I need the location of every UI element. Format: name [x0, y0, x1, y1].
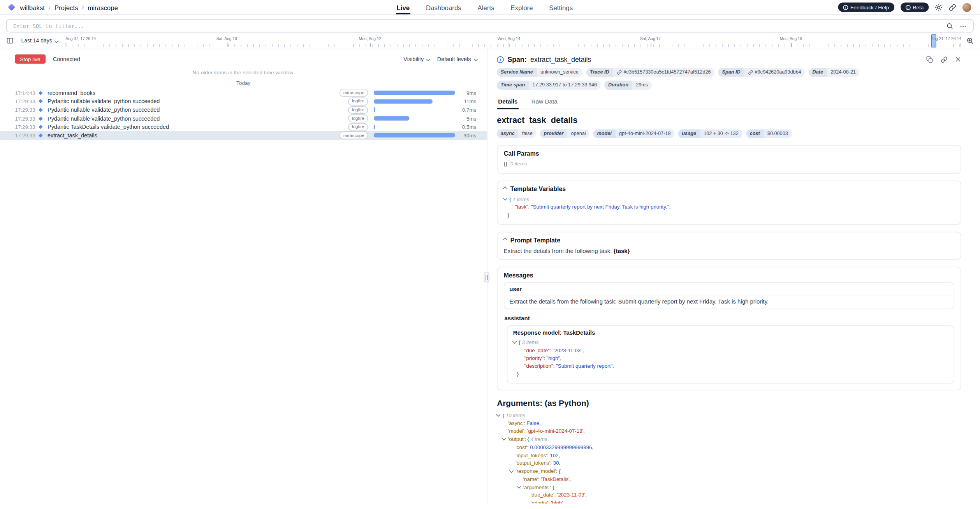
badge-key: provider — [540, 129, 567, 138]
badge-value: gpt-4o-mini-2024-07-18 — [615, 129, 674, 138]
nav-tab-alerts[interactable]: Alerts — [477, 0, 495, 14]
breadcrumb-project[interactable]: mirascope — [88, 4, 118, 11]
code-key: "task" — [515, 204, 528, 210]
chevron-down-icon[interactable] — [497, 411, 502, 419]
close-icon[interactable] — [955, 56, 961, 63]
badge-value-text: false — [522, 130, 533, 137]
feedback-help-button[interactable]: Feedback / Help — [838, 2, 894, 12]
span-duration-bar — [374, 91, 455, 95]
code-key: "priority" — [524, 355, 544, 361]
nav-tab-dashboards[interactable]: Dashboards — [425, 0, 462, 14]
chevron-down-icon[interactable] — [503, 435, 508, 443]
badge-value-text: #c3b5157330ea5c1fd4572747af512d26 — [624, 69, 711, 75]
code-punct: , — [559, 460, 560, 466]
span-row[interactable]: 17:29:33Pydantic nullable validate_pytho… — [0, 106, 487, 114]
code-punct: { — [559, 468, 560, 474]
badge-value-text: 2024-08-21 — [830, 69, 856, 75]
more-options-icon[interactable] — [959, 22, 967, 30]
sidebar-toggle-icon[interactable] — [6, 37, 14, 44]
detail-tab-raw-data[interactable]: Raw Data — [530, 96, 558, 109]
levels-dropdown[interactable]: Default levels — [437, 56, 477, 62]
span-row-time: 17:29:33 — [15, 107, 38, 113]
span-row[interactable]: 17:29:33Pydantic nullable validate_pytho… — [0, 114, 487, 123]
code-punct: , — [669, 204, 670, 210]
chevron-down-icon[interactable] — [513, 339, 519, 346]
span-row[interactable]: 17:29:33Pydantic TaskDetails validate_py… — [0, 123, 487, 131]
sql-filter-input[interactable] — [13, 23, 940, 29]
prompt-template-header[interactable]: Prompt Template — [504, 237, 954, 244]
visibility-dropdown[interactable]: Visibility — [403, 56, 429, 62]
span-detail-panel: Span: extract_task_details Service Nameu… — [487, 49, 980, 504]
link-icon — [748, 70, 753, 75]
nav-tab-settings[interactable]: Settings — [549, 0, 574, 14]
chevron-down-icon[interactable] — [517, 483, 523, 491]
code-string: "high" — [547, 355, 560, 361]
time-range-selector[interactable]: Last 14 days — [19, 36, 60, 45]
link-icon[interactable] — [941, 56, 948, 63]
code-items-count: 1 items — [511, 196, 530, 202]
span-row[interactable]: 17:29:33extract_task_detailsmirascope30m… — [0, 131, 487, 140]
code-line: 'priority': 'high', — [497, 499, 961, 504]
copy-icon[interactable] — [926, 56, 933, 63]
span-row-time: 17:29:33 — [15, 132, 38, 139]
messages-card: Messages user Extract the details from t… — [497, 267, 961, 390]
badge-value: openai — [567, 129, 589, 138]
user-role-label: user — [504, 283, 954, 295]
call-params-body: {} 0 items — [504, 160, 954, 168]
span-row-name: extract_task_details — [48, 132, 340, 139]
chevron-glyph — [502, 436, 506, 440]
timeline-tick-mark — [960, 43, 961, 47]
code-key: 'priority' — [531, 500, 548, 503]
span-row-duration: 5ms — [459, 115, 476, 121]
sun-theme-icon[interactable] — [935, 4, 942, 11]
code-punct: , — [582, 347, 584, 353]
span-list: 17:14:43recommend_booksmirascope9ms17:29… — [0, 89, 487, 140]
breadcrumb-projects[interactable]: Projects — [55, 4, 78, 11]
span-row[interactable]: 17:29:33Pydantic nullable validate_pytho… — [0, 97, 487, 106]
chevron-down-icon[interactable] — [504, 195, 509, 203]
span-row[interactable]: 17:14:43recommend_booksmirascope9ms — [0, 89, 487, 97]
prompt-template-body: Extract the details from the following t… — [504, 247, 954, 254]
timeline-track[interactable]: Aug 07, 17:26:14Sat, Aug 10Mon, Aug 12We… — [65, 34, 961, 47]
search-icon[interactable] — [946, 23, 953, 30]
span-row-duration: 0.7ms — [459, 107, 476, 113]
code-key: 'input_tokens' — [516, 452, 547, 458]
span-title: extract_task_details — [497, 115, 961, 125]
zoom-in-icon[interactable] — [966, 37, 974, 44]
logo-diamond-icon[interactable] — [8, 4, 15, 11]
beta-button[interactable]: Beta — [900, 2, 929, 12]
nav-tab-live[interactable]: Live — [396, 0, 410, 14]
span-row-name: recommend_books — [48, 90, 340, 96]
nav-tab-explore[interactable]: Explore — [510, 0, 533, 14]
badge-value-text: unknown_service — [540, 69, 579, 75]
code-punct: , — [612, 363, 614, 369]
call-params-title: Call Params — [504, 150, 954, 157]
panel-resize-handle[interactable] — [484, 272, 489, 282]
code-string: "2023-11-03" — [552, 347, 582, 353]
span-header-label: Span: — [507, 56, 526, 63]
meta-badge-span-id[interactable]: Span ID#9c942620aa93dbb4 — [718, 68, 805, 77]
code-items-count: 4 items — [529, 436, 547, 442]
code-line: 'model': 'gpt-4o-mini-2024-07-18', — [497, 427, 961, 435]
code-key: 'due_date' — [531, 492, 554, 498]
code-line: { 1 items — [504, 195, 954, 203]
link-icon — [617, 70, 622, 75]
meta-badge-trace-id[interactable]: Trace ID#c3b5157330ea5c1fd4572747af512d2… — [586, 68, 714, 77]
attr-badge-async: asyncfalse — [497, 129, 536, 138]
code-punct: , — [560, 355, 561, 361]
detail-tab-details[interactable]: Details — [497, 96, 519, 109]
code-line: 'cost': 0.00003329999999999996, — [497, 443, 961, 451]
timeline-tick-mark — [509, 43, 510, 47]
badge-value: $0.00003 — [764, 129, 792, 138]
stop-live-button[interactable]: Stop live — [15, 54, 46, 64]
chevron-down-icon[interactable] — [510, 467, 516, 475]
code-punct: , — [559, 452, 560, 458]
breadcrumb-org[interactable]: willbakst — [20, 4, 45, 11]
avatar[interactable] — [962, 3, 971, 11]
badge-value-text: 17:29:33.917 to 17:29:33.946 — [532, 82, 597, 88]
share-link-icon[interactable] — [949, 4, 956, 11]
app-window: willbakst › Projects › mirascope LiveDas… — [0, 0, 980, 509]
template-variables-header[interactable]: Template Variables — [504, 185, 954, 192]
template-variables-card: Template Variables { 1 items"task": "Sub… — [497, 180, 961, 225]
badge-value-text: 102 + 30 -> 132 — [704, 130, 738, 137]
